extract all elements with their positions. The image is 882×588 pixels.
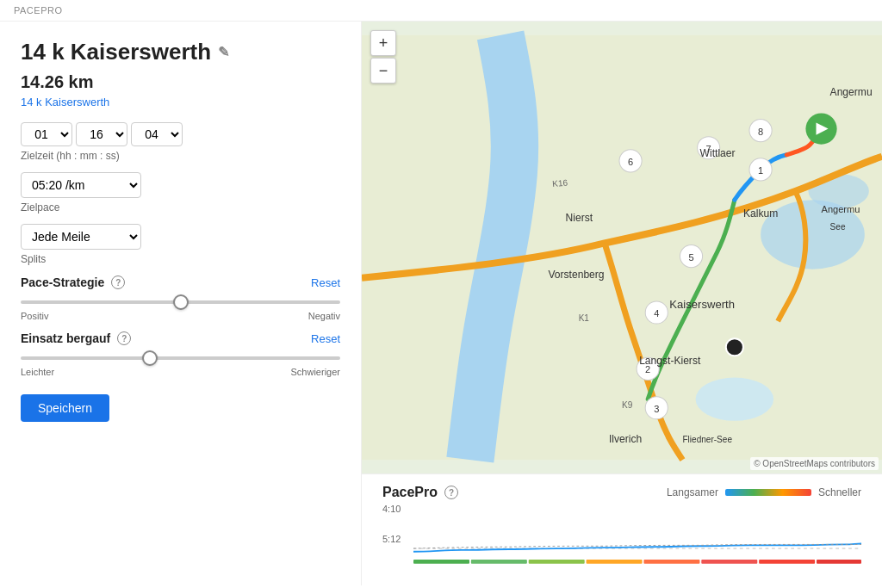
einsatz-slider[interactable]: [21, 356, 340, 360]
svg-rect-41: [529, 560, 585, 564]
einsatz-title: Einsatz bergauf: [21, 331, 110, 345]
svg-rect-42: [587, 560, 643, 564]
svg-text:1: 1: [758, 165, 763, 176]
pace-strategy-help-icon[interactable]: ?: [111, 275, 125, 289]
pace-strategy-min-label: Positiv: [21, 311, 48, 321]
svg-text:Fliedner-See: Fliedner-See: [682, 435, 732, 444]
svg-text:Ilverich: Ilverich: [609, 433, 642, 445]
hours-select[interactable]: 010002: [21, 122, 72, 146]
pacepro-title: PacePro: [382, 485, 438, 500]
einsatz-row: Einsatz bergauf ? Reset: [21, 331, 340, 345]
left-panel: 14 k Kaiserswerth ✎ 14.26 km 14 k Kaiser…: [0, 22, 362, 585]
map-attribution: © OpenStreetMaps contributors: [750, 457, 879, 470]
legend-fast-label: Schneller: [818, 486, 861, 498]
bottom-panel: PacePro ? Langsamer Schneller 4:10 5:12: [362, 473, 882, 585]
svg-text:Kaiserswerth: Kaiserswerth: [669, 298, 735, 311]
svg-text:Vorstenberg: Vorstenberg: [548, 269, 604, 281]
chart-y-mid-label: 5:12: [382, 534, 401, 544]
svg-point-4: [696, 378, 774, 421]
pacepro-help-icon[interactable]: ?: [444, 486, 458, 499]
svg-text:Angermu: Angermu: [830, 86, 873, 98]
svg-text:8: 8: [758, 127, 763, 137]
minutes-select[interactable]: 160030: [76, 122, 127, 146]
pace-label: Zielpace: [21, 201, 340, 214]
pace-strategy-labels: Positiv Negativ: [21, 311, 340, 321]
brand-label: PACEPRO: [14, 5, 62, 15]
map-svg: 3 2 4 5 1 6 7 8: [362, 22, 882, 473]
legend-gradient: [725, 489, 811, 496]
svg-rect-44: [701, 560, 757, 564]
einsatz-reset[interactable]: Reset: [311, 332, 340, 345]
svg-text:5: 5: [688, 252, 693, 263]
chart-svg: [413, 504, 861, 573]
svg-text:K1: K1: [579, 313, 590, 323]
einsatz-help-icon[interactable]: ?: [117, 331, 131, 345]
pace-strategy-reset[interactable]: Reset: [311, 276, 340, 289]
pace-select[interactable]: 05:20 /km 05:00 /km 05:30 /km: [21, 172, 141, 198]
svg-rect-40: [471, 560, 527, 564]
splits-select-wrapper: Jede Meile Jeden Kilometer Jede 5 km: [21, 224, 340, 250]
svg-text:Kalkum: Kalkum: [743, 207, 778, 220]
chart-y-top-label: 4:10: [382, 504, 401, 514]
splits-select[interactable]: Jede Meile Jeden Kilometer Jede 5 km: [21, 224, 141, 250]
chart-area: 4:10 5:12: [382, 504, 861, 573]
svg-rect-39: [413, 560, 469, 564]
svg-text:4: 4: [654, 308, 659, 319]
map-container[interactable]: 3 2 4 5 1 6 7 8: [362, 22, 882, 473]
pace-strategy-max-label: Negativ: [308, 311, 340, 321]
zoom-out-button[interactable]: −: [370, 58, 396, 84]
chart-line-area: [413, 504, 861, 573]
svg-text:Nierst: Nierst: [566, 212, 593, 224]
pace-strategy-title: Pace-Strategie: [21, 275, 104, 289]
einsatz-min-label: Leichter: [21, 367, 54, 377]
legend-row: Langsamer Schneller: [667, 486, 861, 498]
edit-icon[interactable]: ✎: [218, 44, 229, 60]
pace-strategy-slider[interactable]: [21, 300, 340, 304]
right-panel: 3 2 4 5 1 6 7 8: [362, 22, 882, 585]
svg-text:Angermu: Angermu: [822, 204, 860, 214]
seconds-select[interactable]: 040030: [131, 122, 183, 146]
distance-value: 14.26 km: [21, 72, 340, 92]
svg-text:Langst-Kierst: Langst-Kierst: [639, 355, 701, 367]
pacepro-header: PacePro ? Langsamer Schneller: [382, 485, 861, 500]
splits-label: Splits: [21, 253, 340, 265]
svg-rect-45: [759, 560, 815, 564]
map-controls: + −: [370, 30, 396, 84]
page-title: 14 k Kaiserswerth ✎: [21, 39, 340, 65]
svg-rect-46: [817, 560, 861, 564]
pace-strategy-row: Pace-Strategie ? Reset: [21, 275, 340, 289]
time-inputs: 010002 160030 040030: [21, 122, 340, 146]
pacepro-title-row: PacePro ?: [382, 485, 458, 500]
zoom-in-button[interactable]: +: [370, 30, 396, 56]
svg-rect-43: [643, 560, 699, 564]
save-button[interactable]: Speichern: [21, 394, 109, 422]
svg-text:K16: K16: [552, 177, 568, 189]
svg-point-21: [726, 338, 743, 356]
route-link[interactable]: 14 k Kaiserswerth: [21, 96, 340, 108]
pace-select-wrapper: 05:20 /km 05:00 /km 05:30 /km: [21, 172, 340, 198]
einsatz-max-label: Schwieriger: [291, 367, 340, 377]
legend-slow-label: Langsamer: [667, 486, 718, 498]
svg-text:See: See: [830, 222, 846, 232]
svg-text:6: 6: [628, 157, 633, 167]
svg-text:Wittlaer: Wittlaer: [700, 147, 736, 159]
top-bar: PACEPRO: [0, 0, 882, 22]
svg-text:3: 3: [654, 404, 659, 414]
time-label: Zielzeit (hh : mm : ss): [21, 150, 340, 162]
einsatz-labels: Leichter Schwieriger: [21, 367, 340, 377]
svg-text:K9: K9: [622, 400, 633, 410]
